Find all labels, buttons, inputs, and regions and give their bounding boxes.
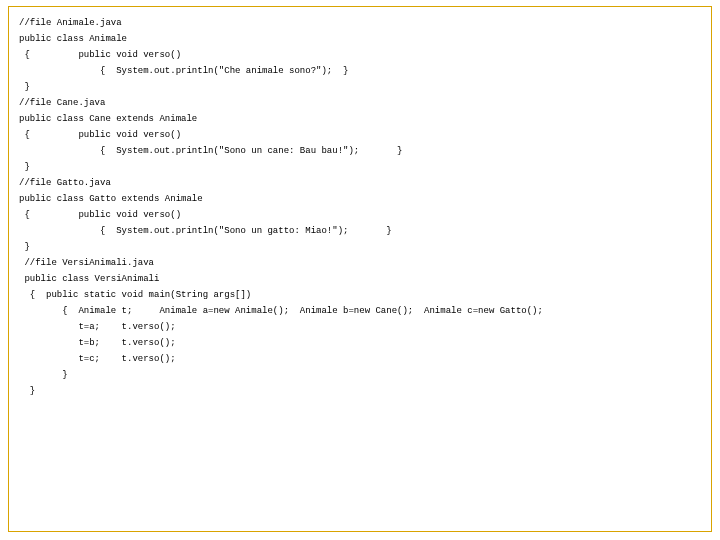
code-line: t=a; t.verso(); [19,319,701,335]
code-box: //file Animale.java public class Animale… [8,6,712,532]
code-line: } [19,79,701,95]
code-line: t=c; t.verso(); [19,351,701,367]
page: //file Animale.java public class Animale… [0,0,720,540]
code-line: { System.out.println("Sono un cane: Bau … [19,143,701,159]
code-line: public class Cane extends Animale [19,111,701,127]
code-line: public class Gatto extends Animale [19,191,701,207]
code-line: //file VersiAnimali.java [19,255,701,271]
code-line: { System.out.println("Che animale sono?"… [19,63,701,79]
code-line: } [19,383,701,399]
code-line: { System.out.println("Sono un gatto: Mia… [19,223,701,239]
code-line: //file Gatto.java [19,175,701,191]
code-line: //file Animale.java [19,15,701,31]
code-line: { public static void main(String args[]) [19,287,701,303]
code-line: } [19,367,701,383]
code-line: //file Cane.java [19,95,701,111]
code-line: { Animale t; Animale a=new Animale(); An… [19,303,701,319]
code-line: } [19,239,701,255]
code-line: t=b; t.verso(); [19,335,701,351]
code-line: { public void verso() [19,207,701,223]
code-line: public class Animale [19,31,701,47]
code-line: { public void verso() [19,47,701,63]
code-line: { public void verso() [19,127,701,143]
code-line: public class VersiAnimali [19,271,701,287]
code-line: } [19,159,701,175]
